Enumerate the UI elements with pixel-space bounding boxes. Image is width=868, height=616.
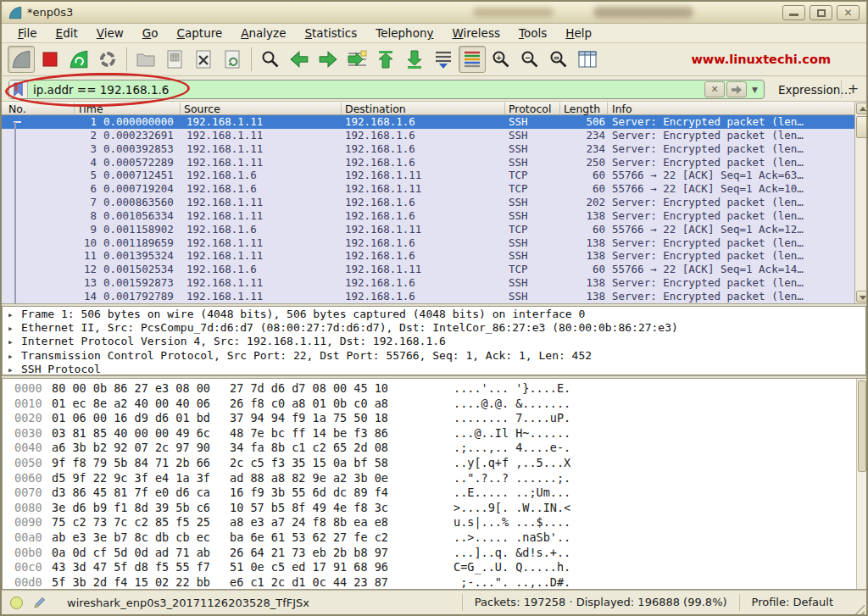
menu-telephony[interactable]: Telephony: [366, 25, 442, 42]
close-button[interactable]: ✕: [837, 5, 860, 20]
capture-options-gear-icon[interactable]: [94, 46, 121, 73]
hex-row-0060[interactable]: 0060d5 9f 22 9c 3f e4 1a 3fad 88 a8 82 9…: [3, 471, 865, 486]
clear-filter-button[interactable]: ✕: [704, 81, 725, 97]
hex-row-0090[interactable]: 009075 c2 73 7c c2 85 f5 25a8 e3 a7 24 f…: [3, 515, 865, 530]
resize-columns-icon[interactable]: [574, 46, 601, 73]
packet-row-5[interactable]: 50.000712451192.168.1.6192.168.1.11TCP60…: [2, 169, 854, 182]
reload-file-icon[interactable]: [219, 46, 246, 73]
capture-file-name[interactable]: wireshark_enp0s3_20171126203528_TfFJSx: [67, 597, 309, 609]
go-to-packet-icon[interactable]: [343, 46, 370, 73]
detail-line-3[interactable]: ▸Transmission Control Protocol, Src Port…: [3, 349, 865, 363]
detail-line-4[interactable]: ▸SSH Protocol: [3, 363, 865, 375]
find-packet-icon[interactable]: [257, 46, 284, 73]
open-file-folder-icon[interactable]: [132, 46, 159, 73]
add-filter-button[interactable]: +: [841, 80, 860, 98]
packet-row-11[interactable]: 110.001395324192.168.1.11192.168.1.6SSH1…: [2, 249, 854, 263]
column-header-destination[interactable]: Destination: [345, 103, 406, 115]
maximize-button[interactable]: [810, 5, 832, 20]
hex-row-0070[interactable]: 0070d3 86 45 81 7f e0 d6 ca16 f9 3b 55 6…: [3, 486, 865, 501]
detail-line-0[interactable]: ▸Frame 1: 506 bytes on wire (4048 bits),…: [3, 308, 865, 321]
packet-list-scrollbar[interactable]: [854, 102, 868, 303]
resize-grip[interactable]: [854, 603, 865, 614]
scroll-down-button[interactable]: [856, 291, 868, 302]
hex-row-0080[interactable]: 00803e d6 b9 f1 8d 39 5b c610 57 b5 8f 4…: [3, 501, 865, 516]
packet-row-9[interactable]: 90.001158902192.168.1.6192.168.1.11TCP60…: [2, 223, 854, 236]
hex-row-0020[interactable]: 002001 06 00 16 d9 d6 01 bd37 94 94 f9 1…: [3, 411, 865, 426]
column-separator[interactable]: [607, 103, 608, 114]
packet-row-13[interactable]: 130.001592873192.168.1.11192.168.1.6SSH1…: [2, 276, 854, 290]
column-header-time[interactable]: Time: [77, 103, 103, 115]
expert-info-icon[interactable]: [10, 597, 23, 609]
expand-triangle-icon[interactable]: ▸: [8, 350, 21, 363]
hex-row-0040[interactable]: 0040a6 3b b2 92 07 2c 97 9034 fa 8b c1 c…: [3, 441, 865, 456]
go-forward-icon[interactable]: [314, 46, 342, 73]
packet-row-10[interactable]: 100.001189659192.168.1.11192.168.1.6SSH1…: [2, 236, 854, 250]
colorize-icon[interactable]: [459, 46, 486, 73]
menu-edit[interactable]: Edit: [47, 25, 87, 42]
scroll-up-button[interactable]: [856, 103, 868, 114]
filter-history-dropdown[interactable]: ▼: [748, 81, 761, 97]
filter-text[interactable]: ip.addr == 192.168.1.6: [28, 83, 704, 97]
detail-line-1[interactable]: ▸Ethernet II, Src: PcsCompu_7d:d6:d7 (08…: [3, 321, 865, 335]
menu-analyze[interactable]: Analyze: [231, 25, 295, 42]
column-header-source[interactable]: Source: [184, 103, 220, 115]
detail-line-2[interactable]: ▸Internet Protocol Version 4, Src: 192.1…: [3, 335, 865, 348]
column-header-no[interactable]: No.: [8, 103, 26, 115]
start-capture-fin-icon[interactable]: [8, 46, 35, 73]
expand-triangle-icon[interactable]: ▸: [8, 308, 21, 322]
zoom-reset-icon[interactable]: =: [545, 46, 572, 73]
column-separator[interactable]: [559, 103, 560, 114]
hex-row-0010[interactable]: 001001 ec 8e a2 40 00 40 0626 f8 c0 a8 0…: [3, 397, 865, 412]
go-back-icon[interactable]: [286, 46, 313, 73]
menu-tools[interactable]: Tools: [509, 25, 556, 42]
stop-capture-icon[interactable]: [36, 46, 64, 73]
packet-row-12[interactable]: 120.001502534192.168.1.6192.168.1.11TCP6…: [2, 263, 854, 276]
packet-row-3[interactable]: 30.000392853192.168.1.11192.168.1.6SSH23…: [2, 142, 854, 156]
column-separator[interactable]: [180, 103, 181, 114]
hex-row-00b0[interactable]: 00b00a 0d cf 5d 0d ad 71 ab26 64 21 73 e…: [3, 546, 865, 561]
go-first-packet-icon[interactable]: [372, 46, 399, 73]
zoom-in-icon[interactable]: +: [487, 46, 515, 73]
go-last-packet-icon[interactable]: [401, 46, 428, 73]
menu-statistics[interactable]: Statistics: [295, 25, 366, 42]
hex-scrollbar-thumb[interactable]: [858, 380, 866, 472]
column-header-protocol[interactable]: Protocol: [509, 103, 551, 115]
hex-row-00c0[interactable]: 00c043 3d 47 5f d8 f5 55 f751 0e c5 ed 1…: [3, 560, 865, 575]
scrollbar-thumb[interactable]: [856, 116, 868, 138]
menu-go[interactable]: Go: [133, 25, 168, 42]
packet-row-6[interactable]: 60.000719204192.168.1.6192.168.1.11TCP60…: [2, 182, 854, 196]
packet-row-1[interactable]: 10.000000000192.168.1.11192.168.1.6SSH50…: [2, 115, 854, 129]
packet-row-7[interactable]: 70.000863560192.168.1.11192.168.1.6SSH20…: [2, 196, 854, 209]
expand-triangle-icon[interactable]: ▸: [8, 322, 21, 336]
display-filter-input[interactable]: ip.addr == 192.168.1.6 ✕ ▼: [8, 80, 765, 99]
hex-row-0050[interactable]: 00509f f8 79 5b 84 71 2b 662c c5 f3 35 1…: [3, 456, 865, 471]
menu-view[interactable]: View: [87, 25, 133, 42]
packet-row-14[interactable]: 140.001792789192.168.1.11192.168.1.6SSH1…: [2, 290, 854, 303]
restart-capture-fin-icon[interactable]: [65, 46, 92, 73]
menu-capture[interactable]: Capture: [168, 25, 232, 42]
hex-row-00a0[interactable]: 00a0ab e3 3e b7 8c db cb ecba 6e 61 53 6…: [3, 530, 865, 546]
title-bar[interactable]: *enp0s3 ✕: [2, 2, 866, 24]
filter-bookmark-icon[interactable]: [9, 80, 28, 98]
column-header-info[interactable]: Info: [612, 103, 632, 115]
column-header-length[interactable]: Length: [564, 103, 600, 115]
save-file-icon[interactable]: [161, 46, 188, 73]
column-separator[interactable]: [341, 103, 342, 114]
capture-comment-pencil-icon[interactable]: [33, 596, 47, 609]
apply-filter-button[interactable]: [726, 81, 747, 97]
packet-row-2[interactable]: 20.000232691192.168.1.11192.168.1.6SSH23…: [2, 129, 854, 142]
hex-pane-scrollbar[interactable]: [856, 379, 867, 589]
close-file-icon[interactable]: [190, 46, 217, 73]
column-separator[interactable]: [504, 103, 505, 114]
packet-row-4[interactable]: 40.000572289192.168.1.11192.168.1.6SSH25…: [2, 156, 854, 169]
menu-file[interactable]: File: [8, 25, 47, 42]
profile-selector[interactable]: Profile: Default: [739, 594, 845, 611]
packet-row-8[interactable]: 80.001056334192.168.1.11192.168.1.6SSH13…: [2, 209, 854, 223]
zoom-out-icon[interactable]: −: [516, 46, 543, 73]
hex-row-0030[interactable]: 003003 81 85 40 00 00 49 6c48 7e bc ff 1…: [3, 426, 865, 441]
hex-row-0000[interactable]: 000080 00 0b 86 27 e3 08 0027 7d d6 d7 0…: [3, 381, 865, 397]
auto-scroll-icon[interactable]: [430, 46, 457, 73]
column-separator[interactable]: [74, 103, 75, 114]
minimize-button[interactable]: [782, 5, 805, 20]
expand-triangle-icon[interactable]: ▸: [8, 363, 21, 375]
